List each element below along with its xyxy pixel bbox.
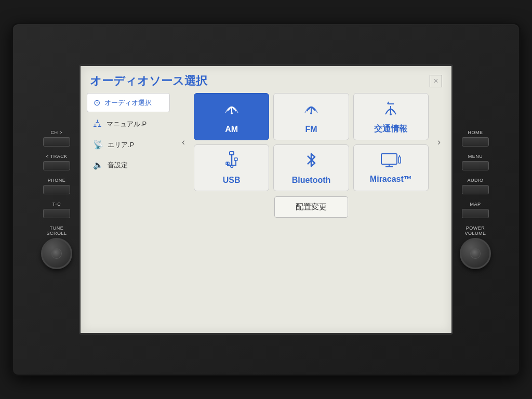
track-label: < TRACK bbox=[46, 154, 68, 159]
audio-button[interactable] bbox=[462, 185, 489, 194]
bluetooth-icon bbox=[304, 151, 318, 172]
home-group: HOME bbox=[462, 130, 489, 147]
ch-group: CH > bbox=[43, 130, 70, 147]
usb-icon bbox=[224, 151, 240, 172]
manual-p-icon: ⛼ bbox=[93, 118, 102, 129]
menu-button[interactable] bbox=[462, 161, 489, 170]
audio-select-icon: ⊙ bbox=[94, 98, 100, 108]
sidebar-item-sound-settings[interactable]: 🔈 音設定 bbox=[87, 156, 170, 174]
home-button[interactable] bbox=[462, 137, 489, 147]
power-group: POWER VOLUME bbox=[460, 225, 491, 269]
right-controls: HOME MENU AUDIO MAP POWER VOLUME bbox=[453, 130, 495, 269]
nav-right-arrow[interactable]: › bbox=[433, 136, 445, 149]
svg-rect-16 bbox=[398, 157, 401, 163]
close-icon[interactable]: ✕ bbox=[430, 75, 442, 87]
bluetooth-label: Bluetooth bbox=[292, 176, 331, 185]
tune-label: TUNE SCROLL bbox=[46, 225, 66, 236]
traffic-icon bbox=[381, 99, 400, 121]
am-icon bbox=[222, 100, 241, 122]
phone-button[interactable] bbox=[43, 185, 70, 194]
svg-point-0 bbox=[231, 112, 233, 114]
sidebar-item-sound-label: 音設定 bbox=[108, 161, 128, 170]
traffic-label: 交通情報 bbox=[374, 124, 407, 135]
sidebar-item-manual-p[interactable]: ⛼ マニュアル.P bbox=[87, 114, 170, 134]
power-volume-knob[interactable] bbox=[460, 238, 491, 269]
nav-row: ‹ bbox=[177, 93, 445, 191]
fm-icon bbox=[302, 100, 321, 122]
power-label: POWER VOLUME bbox=[464, 225, 486, 236]
home-label: HOME bbox=[468, 130, 483, 135]
display-screen: オーディオソース選択 ✕ ⊙ オーディオ選択 ⛼ マニュアル.P bbox=[79, 64, 453, 335]
arrange-button[interactable]: 配置変更 bbox=[274, 196, 348, 218]
audio-group: AUDIO bbox=[462, 178, 489, 194]
phone-group: PHONE bbox=[43, 178, 70, 194]
track-button[interactable] bbox=[43, 161, 70, 170]
tc-label: T◦C bbox=[52, 202, 61, 207]
menu-label: MENU bbox=[468, 154, 483, 159]
svg-rect-9 bbox=[230, 152, 234, 155]
tune-scroll-knob[interactable] bbox=[41, 238, 72, 269]
source-usb[interactable]: USB bbox=[194, 144, 269, 191]
tc-group: T◦C bbox=[43, 202, 70, 218]
source-grid: AM bbox=[194, 93, 429, 191]
nav-left-arrow[interactable]: ‹ bbox=[177, 136, 190, 149]
sidebar-menu: ⊙ オーディオ選択 ⛼ マニュアル.P 📡 エリア.P 🔈 音設定 bbox=[87, 93, 170, 327]
svg-point-12 bbox=[230, 165, 233, 168]
usb-label: USB bbox=[223, 176, 241, 185]
miracast-label: Miracast™ bbox=[370, 175, 412, 184]
svg-point-7 bbox=[390, 113, 392, 115]
main-content: ‹ bbox=[177, 93, 445, 327]
sidebar-item-audio-select-label: オーディオ選択 bbox=[104, 98, 152, 108]
ch-label: CH > bbox=[51, 130, 63, 135]
left-controls: CH > < TRACK PHONE T◦C TUNE SCROLL bbox=[37, 130, 79, 269]
menu-group: MENU bbox=[462, 154, 489, 170]
sound-settings-icon: 🔈 bbox=[93, 160, 103, 170]
svg-rect-11 bbox=[234, 158, 237, 161]
ch-button[interactable] bbox=[43, 137, 70, 147]
screen-header: オーディオソース選択 ✕ bbox=[81, 66, 451, 93]
miracast-icon bbox=[380, 152, 401, 171]
sidebar-item-area-p-label: エリア.P bbox=[108, 140, 134, 150]
track-group: < TRACK bbox=[43, 154, 70, 170]
source-fm[interactable]: FM bbox=[273, 93, 349, 140]
phone-label: PHONE bbox=[48, 178, 66, 183]
svg-rect-13 bbox=[381, 154, 397, 164]
map-label: MAP bbox=[470, 202, 481, 207]
tune-group: TUNE SCROLL bbox=[41, 225, 72, 269]
source-bluetooth[interactable]: Bluetooth bbox=[273, 144, 349, 191]
map-button[interactable] bbox=[462, 209, 489, 218]
area-p-icon: 📡 bbox=[93, 140, 103, 150]
svg-point-2 bbox=[310, 112, 312, 114]
bottom-row: 配置変更 bbox=[177, 196, 445, 218]
tc-button[interactable] bbox=[43, 209, 70, 218]
fm-label: FM bbox=[305, 125, 317, 134]
sidebar-item-audio-select[interactable]: ⊙ オーディオ選択 bbox=[87, 93, 170, 112]
source-miracast[interactable]: Miracast™ bbox=[353, 144, 429, 191]
screen-title: オーディオソース選択 bbox=[90, 73, 207, 89]
sidebar-item-manual-p-label: マニュアル.P bbox=[107, 119, 147, 129]
source-am[interactable]: AM bbox=[194, 93, 269, 140]
map-group: MAP bbox=[462, 202, 489, 218]
screen-body: ⊙ オーディオ選択 ⛼ マニュアル.P 📡 エリア.P 🔈 音設定 bbox=[81, 93, 451, 333]
source-traffic[interactable]: 交通情報 bbox=[353, 93, 429, 140]
audio-label: AUDIO bbox=[467, 178, 483, 183]
sidebar-item-area-p[interactable]: 📡 エリア.P bbox=[87, 136, 170, 154]
head-unit: CH > < TRACK PHONE T◦C TUNE SCROLL bbox=[11, 23, 521, 376]
am-label: AM bbox=[225, 125, 238, 134]
